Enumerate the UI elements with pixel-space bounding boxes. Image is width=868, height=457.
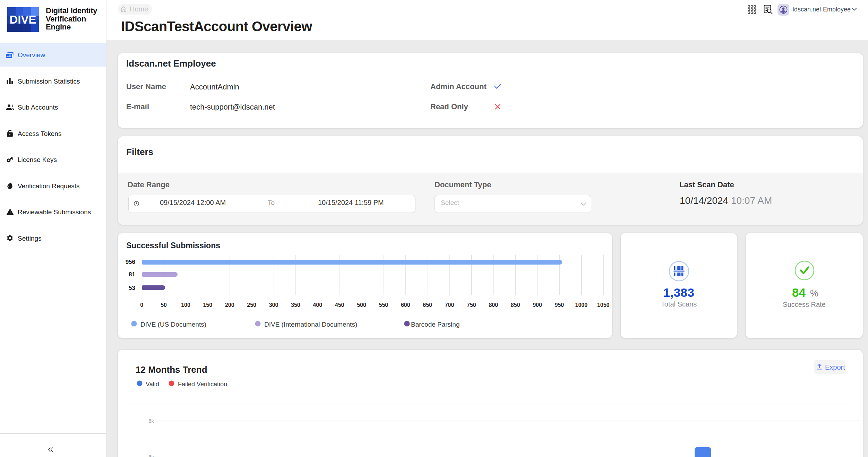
svg-text:DIVE: DIVE <box>9 13 36 26</box>
